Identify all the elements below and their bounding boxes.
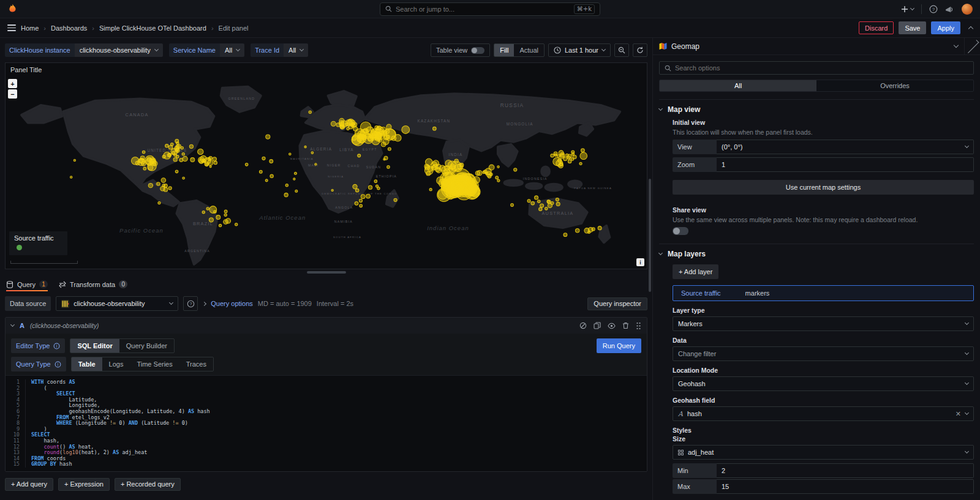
svg-text:SUDAN: SUDAN: [366, 165, 382, 169]
svg-text:AUSTRALIA: AUSTRALIA: [541, 211, 573, 216]
apply-button[interactable]: Apply: [931, 21, 960, 34]
variable-value-dropdown[interactable]: clickhouse-observability: [75, 43, 163, 57]
global-search[interactable]: ⌘+k: [380, 2, 600, 16]
drag-pill[interactable]: [307, 271, 346, 274]
attribution-button[interactable]: i: [636, 258, 644, 266]
datasource-help-button[interactable]: ?: [183, 296, 198, 311]
min-label: Min: [673, 463, 717, 478]
table-view-toggle[interactable]: Table view: [431, 43, 490, 57]
svg-text:?: ?: [932, 7, 935, 12]
disable-query-icon[interactable]: [579, 322, 587, 329]
add-menu-button[interactable]: [901, 6, 914, 13]
tab-overrides[interactable]: Overrides: [816, 80, 973, 91]
help-icon[interactable]: ?: [929, 5, 938, 13]
min-input[interactable]: [722, 467, 968, 474]
map-view-header[interactable]: Map view: [659, 105, 974, 114]
duplicate-query-icon[interactable]: [594, 322, 601, 329]
breadcrumb-dashboard-name[interactable]: Simple ClickHouse OTel Dashboard: [99, 24, 206, 32]
sql-editor[interactable]: 123456789101112131415 WITH coords AS ( S…: [6, 375, 647, 471]
panel-title[interactable]: Panel Title: [6, 63, 647, 76]
variable-value-dropdown[interactable]: All: [284, 43, 308, 57]
query-count-badge: 1: [39, 280, 48, 288]
layer-type-select[interactable]: Markers: [673, 316, 974, 331]
collapse-options-icon[interactable]: [968, 26, 973, 31]
search-input[interactable]: [396, 6, 570, 13]
grafana-logo[interactable]: [7, 4, 18, 14]
query-builder-option[interactable]: Query Builder: [119, 339, 174, 353]
expression-button[interactable]: + Expression: [58, 478, 110, 491]
editor-type-switch: SQL Editor Query Builder: [70, 338, 175, 353]
share-view-desc: Use the same view across multiple panels…: [673, 216, 930, 224]
breadcrumb-dashboards[interactable]: Dashboards: [51, 24, 87, 32]
drag-handle-icon[interactable]: [636, 322, 641, 330]
hide-response-icon[interactable]: [608, 323, 616, 329]
map-zoom-out-button[interactable]: −: [8, 89, 17, 99]
collapse-query-icon[interactable]: [10, 323, 15, 327]
discard-button[interactable]: Discard: [859, 21, 894, 34]
map-zoom-in-button[interactable]: +: [8, 79, 17, 88]
map-canvas[interactable]: RUSSIACANADAGREENLANDUNITED STATESMEXICO…: [6, 76, 647, 269]
fill-option[interactable]: Fill: [494, 44, 514, 56]
max-input[interactable]: [722, 483, 968, 490]
map-legend: Source traffic: [9, 231, 67, 255]
svg-text:i: i: [57, 362, 58, 366]
use-current-map-settings-button[interactable]: Use current map settings: [673, 180, 974, 195]
query-row-header[interactable]: A (clickhouse-observability): [6, 318, 647, 334]
zoom-out-time-button[interactable]: [614, 43, 629, 57]
query-type-table[interactable]: Table: [72, 357, 102, 371]
menu-toggle-icon[interactable]: [7, 24, 16, 31]
breadcrumb-home[interactable]: Home: [21, 24, 39, 32]
sql-editor-option[interactable]: SQL Editor: [70, 339, 119, 353]
tab-transform-data[interactable]: Transform data 0: [59, 280, 127, 291]
breadcrumb-edit-panel: Edit panel: [219, 24, 249, 32]
geohash-field-select[interactable]: A hash ✕: [673, 406, 974, 421]
query-type-timeseries[interactable]: Time Series: [130, 357, 179, 371]
query-options: Query options MD = auto = 1909 Interval …: [203, 300, 353, 307]
options-search[interactable]: [659, 61, 974, 75]
info-circle-icon: ?: [187, 300, 195, 308]
viz-picker-toggle[interactable]: [948, 38, 964, 54]
run-query-button[interactable]: Run Query: [597, 338, 641, 353]
map-layers-header[interactable]: Map layers: [659, 250, 974, 258]
recorded-query-button[interactable]: + Recorded query: [115, 478, 181, 491]
actual-option[interactable]: Actual: [514, 44, 544, 56]
delete-query-icon[interactable]: [622, 322, 629, 329]
data-filter-select[interactable]: Change filter: [673, 346, 974, 361]
zoom-input[interactable]: [722, 161, 968, 168]
query-options-link[interactable]: Query options: [211, 300, 252, 307]
user-avatar[interactable]: [962, 4, 973, 15]
query-type-logs[interactable]: Logs: [102, 357, 130, 371]
svg-text:GREENLAND: GREENLAND: [228, 97, 255, 100]
refresh-button[interactable]: [633, 43, 647, 57]
collapse-pane-button[interactable]: [964, 38, 980, 54]
breadcrumb: Home› Dashboards› Simple ClickHouse OTel…: [21, 24, 248, 32]
sql-code[interactable]: WITH coords AS ( SELECT Latitude, Longit…: [25, 379, 647, 468]
tab-query[interactable]: Query 1: [6, 280, 48, 291]
add-layer-button[interactable]: + Add layer: [673, 264, 718, 279]
tab-all[interactable]: All: [660, 80, 816, 91]
scrollbar-thumb[interactable]: [649, 179, 651, 292]
max-label: Max: [673, 479, 717, 494]
layer-item-source-traffic[interactable]: Source traffic markers: [673, 285, 974, 301]
chevron-down-icon: [601, 47, 606, 51]
news-icon[interactable]: [945, 5, 954, 13]
time-range-picker[interactable]: Last 1 hour: [548, 43, 611, 57]
query-inspector-button[interactable]: Query inspector: [587, 297, 647, 310]
save-button[interactable]: Save: [899, 21, 926, 34]
map-zoom-controls: + −: [8, 79, 17, 99]
view-select[interactable]: (0°, 0°): [717, 140, 974, 154]
clear-icon[interactable]: ✕: [956, 411, 961, 417]
query-type-traces[interactable]: Traces: [179, 357, 213, 371]
variable-value-dropdown[interactable]: All: [220, 43, 244, 57]
add-query-button[interactable]: + Add query: [5, 478, 53, 491]
viz-picker-header[interactable]: Geomap: [653, 38, 980, 55]
share-view-toggle[interactable]: [673, 227, 688, 235]
size-field-select[interactable]: adj_heat: [673, 445, 974, 460]
data-label: Data: [673, 337, 974, 344]
location-mode-select[interactable]: Geohash: [673, 376, 974, 391]
options-search-input[interactable]: [675, 64, 968, 72]
svg-text:DEMOCRATIC REPUBLIC OF THE CON: DEMOCRATIC REPUBLIC OF THE CONGO: [322, 192, 397, 195]
variable-trace-id: Trace Id All: [251, 43, 308, 57]
chevron-right-icon[interactable]: [202, 301, 206, 305]
datasource-picker[interactable]: clickhouse-observability: [56, 296, 178, 311]
